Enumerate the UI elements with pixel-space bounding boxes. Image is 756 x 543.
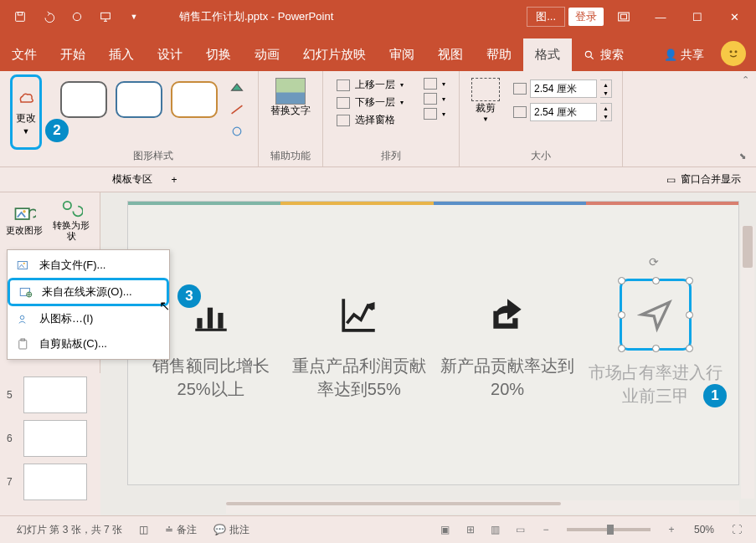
cursor-icon: ↖ <box>159 298 170 314</box>
ribbon-tabs: 文件 开始 插入 设计 切换 动画 幻灯片放映 审阅 视图 帮助 格式 搜索 👤… <box>0 33 756 71</box>
content-item[interactable]: 重点产品利润贡献率达到55% <box>290 285 428 401</box>
redo-button[interactable] <box>65 5 89 28</box>
shape-style-option[interactable] <box>171 81 218 118</box>
tab-slideshow[interactable]: 幻灯片放映 <box>291 38 378 71</box>
template-area-tab[interactable]: 模板专区 <box>100 169 164 190</box>
resize-handle[interactable] <box>652 345 660 352</box>
feedback-smiley-icon[interactable] <box>721 41 746 66</box>
tab-insert[interactable]: 插入 <box>97 38 146 71</box>
menu-from-file[interactable]: 来自文件(F)... <box>8 253 169 278</box>
ribbon-options-button[interactable] <box>607 4 640 29</box>
save-button[interactable] <box>8 5 32 28</box>
qat-dropdown[interactable]: ▼ <box>122 5 146 28</box>
width-input[interactable] <box>530 103 597 121</box>
app-name: PowerPoint <box>278 10 333 23</box>
resize-handle[interactable] <box>618 345 625 352</box>
menu-from-clipboard[interactable]: 自剪贴板(C)... <box>8 331 169 356</box>
rotate-handle[interactable]: ⟳ <box>649 255 662 269</box>
align-icon <box>424 78 437 90</box>
slide-canvas[interactable]: 销售额同比增长25%以上 重点产品利润贡献率达到55% 新产品贡献率达到20% … <box>127 201 739 485</box>
search-box[interactable]: 搜索 <box>572 39 635 71</box>
menu-from-icon[interactable]: 从图标…(I) <box>8 306 169 331</box>
accessibility-check-icon[interactable]: ◫ <box>131 524 157 535</box>
notes-button[interactable]: ≐备注 <box>157 523 205 537</box>
selected-icon-frame[interactable] <box>620 279 692 351</box>
content-item[interactable]: 新产品贡献率达到20% <box>439 285 577 401</box>
zoom-out-button[interactable]: − <box>535 520 557 539</box>
close-button[interactable]: ✕ <box>717 4 751 29</box>
minimize-button[interactable]: — <box>644 4 677 29</box>
picture-tools-tab[interactable]: 图... <box>527 7 565 27</box>
change-button[interactable]: 更改 ▼ <box>10 74 42 150</box>
svg-point-22 <box>20 315 24 320</box>
resize-handle[interactable] <box>686 345 693 352</box>
comments-button[interactable]: 💬批注 <box>205 523 258 537</box>
present-button[interactable] <box>94 5 117 28</box>
maximize-button[interactable]: ☐ <box>681 4 714 29</box>
normal-view-button[interactable]: ▣ <box>435 520 456 539</box>
height-input[interactable] <box>530 79 597 98</box>
send-backward-button[interactable]: 下移一层 ▾ <box>337 95 404 110</box>
slide-thumb[interactable]: 6 <box>7 420 94 457</box>
collapse-ribbon-button[interactable]: ⌃ <box>742 74 749 85</box>
align-button[interactable]: ▾ <box>424 78 445 90</box>
change-image-button[interactable]: 更改图形 <box>3 196 45 244</box>
tab-view[interactable]: 视图 <box>426 38 475 71</box>
change-image-dropdown: 来自文件(F)... 来自在线来源(O)... 从图标…(I) 自剪贴板(C).… <box>7 249 170 360</box>
undo-button[interactable] <box>37 5 60 28</box>
shape-styles-gallery[interactable] <box>55 74 223 125</box>
tab-review[interactable]: 审阅 <box>378 38 426 71</box>
tab-help[interactable]: 帮助 <box>475 38 523 71</box>
login-button[interactable]: 登录 <box>568 8 604 26</box>
slide-editor[interactable]: 销售额同比增长25%以上 重点产品利润贡献率达到55% 新产品贡献率达到20% … <box>100 192 756 515</box>
window-merge-label[interactable]: 窗口合并显示 <box>681 172 741 187</box>
tab-design[interactable]: 设计 <box>146 38 194 71</box>
vertical-scrollbar[interactable] <box>741 226 754 499</box>
share-button[interactable]: 👤 共享 <box>652 39 716 71</box>
add-tab-button[interactable]: + <box>164 174 184 186</box>
content-item-selected[interactable]: ⟳ 市场占有率进入行业前三甲 <box>587 279 725 407</box>
zoom-slider[interactable] <box>567 528 651 531</box>
crop-button[interactable]: 裁剪 ▼ <box>466 74 505 126</box>
svg-rect-3 <box>101 13 111 18</box>
tab-file[interactable]: 文件 <box>0 38 49 71</box>
tab-format[interactable]: 格式 <box>523 38 572 71</box>
sorter-view-button[interactable]: ⊞ <box>460 520 481 539</box>
width-spinner[interactable]: ▲▼ <box>600 103 612 121</box>
slide-counter[interactable]: 幻灯片 第 3 张，共 7 张 <box>8 523 131 537</box>
slide-thumb[interactable]: 7 <box>7 464 94 500</box>
shape-style-option[interactable] <box>60 81 107 118</box>
dialog-launcher-icon[interactable]: ⬊ <box>739 151 751 163</box>
zoom-in-button[interactable]: + <box>661 520 682 539</box>
replace-text-button[interactable]: 替换文字 <box>265 74 316 121</box>
resize-handle[interactable] <box>618 311 625 319</box>
svg-point-8 <box>730 51 732 53</box>
resize-handle[interactable] <box>618 277 625 284</box>
slide-thumb[interactable]: 5 <box>7 377 94 413</box>
rotate-button[interactable]: ▾ <box>424 108 445 120</box>
selection-pane-button[interactable]: 选择窗格 <box>337 113 404 127</box>
resize-handle[interactable] <box>652 277 660 284</box>
window-controls: 图... 登录 — ☐ ✕ <box>527 4 756 29</box>
tab-animations[interactable]: 动画 <box>243 38 291 71</box>
shape-outline-button[interactable] <box>226 101 248 118</box>
resize-handle[interactable] <box>686 277 693 284</box>
tab-home[interactable]: 开始 <box>49 38 97 71</box>
convert-to-shape-button[interactable]: 转换为形状 <box>50 196 92 244</box>
svg-point-2 <box>73 13 80 20</box>
slideshow-view-button[interactable]: ▭ <box>510 520 532 539</box>
group-button[interactable]: ▾ <box>424 93 445 105</box>
shape-style-option[interactable] <box>116 81 162 118</box>
bring-forward-button[interactable]: 上移一层 ▾ <box>337 78 404 92</box>
reading-view-button[interactable]: ▥ <box>485 520 507 539</box>
shape-fill-button[interactable] <box>226 79 248 96</box>
height-spinner[interactable]: ▲▼ <box>600 79 612 98</box>
resize-handle[interactable] <box>686 311 693 319</box>
menu-from-online[interactable]: 来自在线来源(O)... <box>8 278 169 306</box>
tab-transitions[interactable]: 切换 <box>194 38 243 71</box>
fit-window-button[interactable]: ⛶ <box>726 520 748 539</box>
zoom-level[interactable]: 50% <box>686 524 723 535</box>
horizontal-scrollbar[interactable] <box>226 500 739 514</box>
shape-effects-button[interactable] <box>226 123 248 140</box>
annotation-badge: 2 <box>45 119 69 142</box>
